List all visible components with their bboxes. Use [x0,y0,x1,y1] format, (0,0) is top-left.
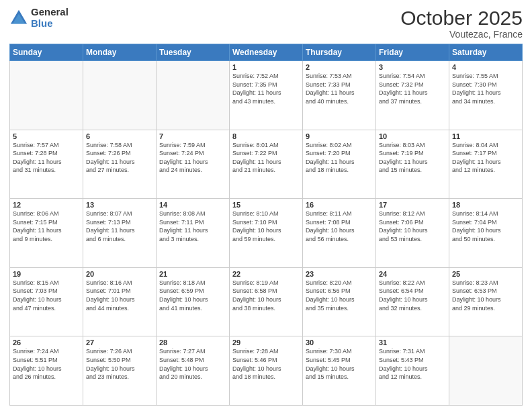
day-number: 10 [379,132,446,140]
location-title: Voutezac, France [400,29,523,40]
table-row: 1Sunrise: 7:52 AM Sunset: 7:35 PM Daylig… [230,61,303,130]
day-info: Sunrise: 8:16 AM Sunset: 7:01 PM Dayligh… [86,279,153,312]
logo-icon [9,9,28,28]
col-wednesday: Wednesday [230,44,303,61]
calendar-week-row: 12Sunrise: 8:06 AM Sunset: 7:15 PM Dayli… [10,199,523,268]
table-row: 22Sunrise: 8:19 AM Sunset: 6:58 PM Dayli… [230,267,303,336]
day-info: Sunrise: 8:08 AM Sunset: 7:11 PM Dayligh… [159,210,226,243]
day-info: Sunrise: 7:30 AM Sunset: 5:45 PM Dayligh… [306,347,373,381]
calendar-week-row: 1Sunrise: 7:52 AM Sunset: 7:35 PM Daylig… [10,61,523,130]
table-row [449,336,523,406]
table-row: 28Sunrise: 7:27 AM Sunset: 5:48 PM Dayli… [157,336,230,406]
day-info: Sunrise: 8:03 AM Sunset: 7:19 PM Dayligh… [379,141,446,175]
calendar-week-row: 19Sunrise: 8:15 AM Sunset: 7:03 PM Dayli… [10,267,523,336]
day-info: Sunrise: 8:07 AM Sunset: 7:13 PM Dayligh… [86,210,153,243]
calendar-week-row: 5Sunrise: 7:57 AM Sunset: 7:28 PM Daylig… [10,130,523,199]
day-number: 14 [159,201,226,209]
day-number: 25 [452,270,519,278]
day-info: Sunrise: 7:28 AM Sunset: 5:46 PM Dayligh… [232,347,300,381]
table-row: 24Sunrise: 8:22 AM Sunset: 6:54 PM Dayli… [376,267,449,336]
day-number: 19 [13,270,80,278]
day-number: 13 [86,201,153,209]
logo-text: General Blue [31,7,69,29]
day-number: 26 [13,338,80,347]
day-info: Sunrise: 8:15 AM Sunset: 7:03 PM Dayligh… [13,279,80,312]
day-info: Sunrise: 8:22 AM Sunset: 6:54 PM Dayligh… [379,279,446,312]
day-number: 12 [13,201,80,209]
day-number: 21 [159,270,226,278]
day-info: Sunrise: 7:53 AM Sunset: 7:33 PM Dayligh… [306,72,373,105]
day-info: Sunrise: 8:18 AM Sunset: 6:59 PM Dayligh… [159,279,226,312]
day-number: 31 [379,338,446,347]
day-number: 5 [13,132,80,140]
day-number: 15 [232,201,300,209]
day-number: 2 [306,63,373,71]
table-row: 5Sunrise: 7:57 AM Sunset: 7:28 PM Daylig… [10,130,83,199]
day-number: 28 [159,338,226,347]
day-info: Sunrise: 8:10 AM Sunset: 7:10 PM Dayligh… [232,210,300,243]
day-number: 6 [86,132,153,140]
table-row: 23Sunrise: 8:20 AM Sunset: 6:56 PM Dayli… [303,267,376,336]
table-row: 13Sunrise: 8:07 AM Sunset: 7:13 PM Dayli… [83,199,157,268]
table-row: 19Sunrise: 8:15 AM Sunset: 7:03 PM Dayli… [10,267,83,336]
table-row: 17Sunrise: 8:12 AM Sunset: 7:06 PM Dayli… [376,199,449,268]
table-row: 12Sunrise: 8:06 AM Sunset: 7:15 PM Dayli… [10,199,83,268]
day-info: Sunrise: 7:54 AM Sunset: 7:32 PM Dayligh… [379,72,446,105]
day-info: Sunrise: 8:02 AM Sunset: 7:20 PM Dayligh… [306,141,373,175]
col-thursday: Thursday [303,44,376,61]
logo: General Blue [9,7,69,29]
table-row: 3Sunrise: 7:54 AM Sunset: 7:32 PM Daylig… [376,61,449,130]
day-info: Sunrise: 7:59 AM Sunset: 7:24 PM Dayligh… [159,141,226,175]
table-row: 14Sunrise: 8:08 AM Sunset: 7:11 PM Dayli… [157,199,230,268]
day-info: Sunrise: 7:27 AM Sunset: 5:48 PM Dayligh… [159,347,226,381]
table-row: 11Sunrise: 8:04 AM Sunset: 7:17 PM Dayli… [449,130,523,199]
day-number: 1 [232,63,300,71]
day-info: Sunrise: 8:20 AM Sunset: 6:56 PM Dayligh… [306,279,373,312]
day-number: 23 [306,270,373,278]
main-container: General Blue October 2025 Voutezac, Fran… [0,0,532,411]
day-info: Sunrise: 8:12 AM Sunset: 7:06 PM Dayligh… [379,210,446,243]
day-info: Sunrise: 8:06 AM Sunset: 7:15 PM Dayligh… [13,210,80,243]
header: General Blue October 2025 Voutezac, Fran… [9,7,523,40]
day-number: 7 [159,132,226,140]
table-row: 8Sunrise: 8:01 AM Sunset: 7:22 PM Daylig… [230,130,303,199]
day-info: Sunrise: 8:19 AM Sunset: 6:58 PM Dayligh… [232,279,300,312]
day-number: 29 [232,338,300,347]
day-info: Sunrise: 7:52 AM Sunset: 7:35 PM Dayligh… [232,72,300,105]
day-info: Sunrise: 8:14 AM Sunset: 7:04 PM Dayligh… [452,210,519,243]
day-number: 17 [379,201,446,209]
month-title-block: October 2025 Voutezac, France [400,7,523,40]
table-row: 2Sunrise: 7:53 AM Sunset: 7:33 PM Daylig… [303,61,376,130]
day-number: 24 [379,270,446,278]
table-row: 16Sunrise: 8:11 AM Sunset: 7:08 PM Dayli… [303,199,376,268]
col-saturday: Saturday [449,44,523,61]
day-number: 30 [306,338,373,347]
day-number: 27 [86,338,153,347]
day-number: 18 [452,201,519,209]
day-number: 3 [379,63,446,71]
day-number: 8 [232,132,300,140]
table-row: 21Sunrise: 8:18 AM Sunset: 6:59 PM Dayli… [157,267,230,336]
day-number: 11 [452,132,519,140]
calendar-header-row: Sunday Monday Tuesday Wednesday Thursday… [10,44,523,61]
table-row: 10Sunrise: 8:03 AM Sunset: 7:19 PM Dayli… [376,130,449,199]
table-row: 9Sunrise: 8:02 AM Sunset: 7:20 PM Daylig… [303,130,376,199]
day-info: Sunrise: 8:11 AM Sunset: 7:08 PM Dayligh… [306,210,373,243]
table-row: 20Sunrise: 8:16 AM Sunset: 7:01 PM Dayli… [83,267,157,336]
day-info: Sunrise: 7:24 AM Sunset: 5:51 PM Dayligh… [13,347,80,381]
table-row: 15Sunrise: 8:10 AM Sunset: 7:10 PM Dayli… [230,199,303,268]
day-number: 22 [232,270,300,278]
calendar-week-row: 26Sunrise: 7:24 AM Sunset: 5:51 PM Dayli… [10,336,523,406]
logo-blue-text: Blue [31,18,69,30]
calendar-table: Sunday Monday Tuesday Wednesday Thursday… [9,44,523,406]
day-info: Sunrise: 7:55 AM Sunset: 7:30 PM Dayligh… [452,72,519,105]
day-number: 20 [86,270,153,278]
day-info: Sunrise: 7:26 AM Sunset: 5:50 PM Dayligh… [86,347,153,381]
day-number: 16 [306,201,373,209]
col-monday: Monday [83,44,157,61]
col-tuesday: Tuesday [157,44,230,61]
table-row: 30Sunrise: 7:30 AM Sunset: 5:45 PM Dayli… [303,336,376,406]
col-sunday: Sunday [10,44,83,61]
day-info: Sunrise: 8:23 AM Sunset: 6:53 PM Dayligh… [452,279,519,312]
month-title: October 2025 [400,7,523,29]
